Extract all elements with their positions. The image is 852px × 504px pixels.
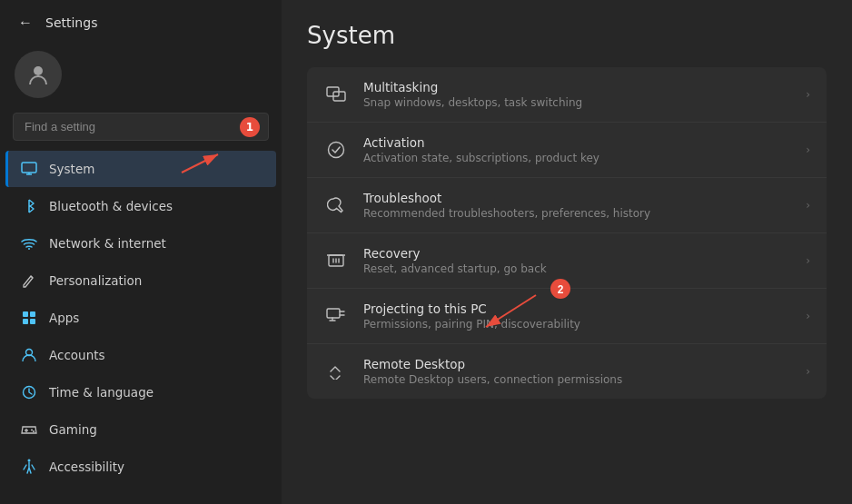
remote-desktop-text: Remote Desktop Remote Desktop users, con… [363, 357, 791, 386]
troubleshoot-chevron: › [806, 199, 810, 212]
svg-rect-6 [30, 311, 35, 317]
recovery-chevron: › [806, 254, 810, 267]
sidebar-item-label-accounts: Accounts [49, 348, 105, 362]
network-icon [20, 234, 38, 252]
recovery-title: Recovery [363, 246, 791, 261]
sidebar-item-label-accessibility: Accessibility [49, 460, 124, 474]
main-content: System Multitasking Snap windows, deskto… [282, 0, 852, 504]
troubleshoot-desc: Recommended troubleshooters, preferences… [363, 207, 791, 220]
settings-item-recovery[interactable]: Recovery Reset, advanced startup, go bac… [307, 233, 827, 289]
svg-point-0 [34, 66, 43, 75]
projecting-icon [323, 303, 349, 329]
sidebar-item-accounts[interactable]: Accounts [5, 337, 276, 373]
apps-icon [20, 309, 38, 327]
activation-chevron: › [806, 143, 810, 156]
svg-point-14 [33, 430, 35, 432]
remote-desktop-chevron: › [806, 365, 810, 378]
activation-text: Activation Activation state, subscriptio… [363, 135, 791, 164]
sidebar-item-personalization[interactable]: Personalization [5, 262, 276, 299]
annotation-badge-1: 1 [240, 117, 260, 137]
sidebar-title: Settings [45, 15, 97, 30]
svg-rect-5 [23, 311, 28, 317]
activation-desc: Activation state, subscriptions, product… [363, 152, 791, 164]
accessibility-icon [20, 458, 38, 476]
settings-item-remote-desktop[interactable]: Remote Desktop Remote Desktop users, con… [307, 344, 827, 399]
multitasking-icon [323, 82, 349, 107]
sidebar-item-system[interactable]: System [5, 151, 276, 187]
page-title: System [307, 22, 827, 49]
svg-point-4 [28, 248, 30, 250]
settings-group: Multitasking Snap windows, desktops, tas… [307, 67, 827, 399]
sidebar-item-apps[interactable]: Apps [5, 300, 276, 336]
svg-point-15 [28, 460, 31, 462]
multitasking-desc: Snap windows, desktops, task switching [363, 96, 791, 109]
sidebar-item-label-bluetooth: Bluetooth & devices [49, 199, 173, 213]
multitasking-chevron: › [806, 88, 810, 101]
sidebar-item-bluetooth[interactable]: Bluetooth & devices [5, 188, 276, 224]
bluetooth-icon [20, 197, 38, 215]
recovery-text: Recovery Reset, advanced startup, go bac… [363, 246, 791, 275]
sidebar: ← Settings 1 System [0, 0, 282, 504]
sidebar-item-label-personalization: Personalization [49, 273, 142, 288]
svg-point-18 [329, 143, 344, 158]
activation-icon [323, 137, 349, 163]
remote-desktop-icon [323, 359, 349, 384]
remote-desktop-desc: Remote Desktop users, connection permiss… [363, 373, 791, 386]
multitasking-text: Multitasking Snap windows, desktops, tas… [363, 80, 791, 109]
svg-rect-8 [30, 319, 35, 324]
sidebar-item-network[interactable]: Network & internet [5, 225, 276, 262]
svg-point-13 [31, 430, 33, 431]
projecting-chevron: › [806, 310, 810, 322]
search-input[interactable] [13, 113, 269, 141]
sidebar-item-accessibility[interactable]: Accessibility [5, 449, 276, 485]
settings-item-activation[interactable]: Activation Activation state, subscriptio… [307, 123, 827, 178]
sidebar-item-gaming[interactable]: Gaming [5, 411, 276, 448]
system-icon [20, 160, 38, 178]
projecting-desc: Permissions, pairing PIN, discoverabilit… [363, 318, 791, 331]
gaming-icon [20, 420, 38, 439]
svg-rect-1 [22, 163, 36, 173]
multitasking-title: Multitasking [363, 80, 791, 94]
troubleshoot-text: Troubleshoot Recommended troubleshooters… [363, 191, 791, 220]
sidebar-item-label-gaming: Gaming [49, 422, 97, 437]
activation-title: Activation [363, 135, 791, 150]
time-icon [20, 383, 38, 401]
troubleshoot-icon [323, 193, 349, 218]
svg-rect-7 [23, 319, 28, 324]
accounts-icon [20, 346, 38, 364]
sidebar-item-time[interactable]: Time & language [5, 374, 276, 410]
personalization-icon [20, 272, 38, 290]
settings-item-projecting[interactable]: Projecting to this PC Permissions, pairi… [307, 289, 827, 344]
avatar-section [0, 42, 282, 109]
search-bar-container: 1 [13, 113, 269, 141]
sidebar-item-label-apps: Apps [49, 311, 79, 325]
sidebar-header: ← Settings [0, 0, 282, 42]
recovery-icon [323, 248, 349, 273]
settings-item-multitasking[interactable]: Multitasking Snap windows, desktops, tas… [307, 67, 827, 123]
sidebar-item-label-system: System [49, 162, 94, 176]
avatar[interactable] [15, 51, 62, 98]
remote-desktop-title: Remote Desktop [363, 357, 791, 371]
projecting-text: Projecting to this PC Permissions, pairi… [363, 301, 791, 331]
recovery-desc: Reset, advanced startup, go back [363, 262, 791, 275]
settings-item-troubleshoot[interactable]: Troubleshoot Recommended troubleshooters… [307, 178, 827, 233]
back-button[interactable]: ← [15, 11, 36, 35]
nav-list: System Bluetooth & devices Network & [0, 150, 282, 504]
projecting-title: Projecting to this PC [363, 301, 791, 316]
svg-rect-20 [327, 309, 340, 318]
sidebar-item-label-network: Network & internet [49, 236, 166, 251]
troubleshoot-title: Troubleshoot [363, 191, 791, 205]
sidebar-item-label-time: Time & language [49, 385, 154, 400]
